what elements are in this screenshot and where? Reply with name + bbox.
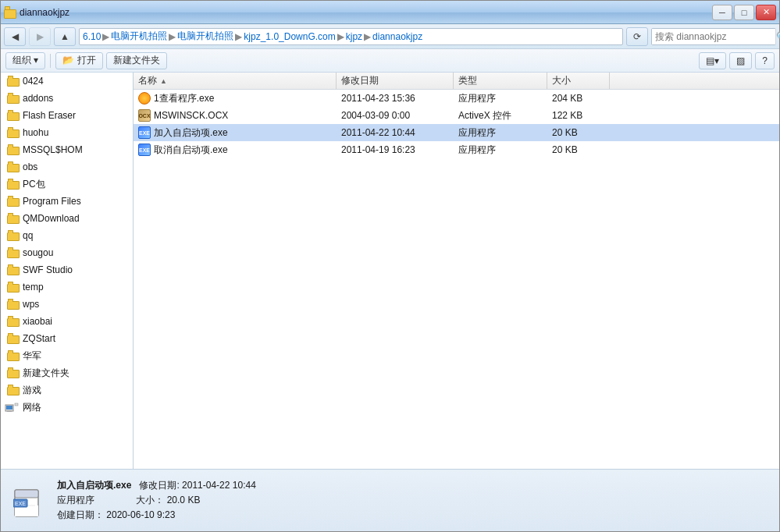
file-type-cell: ActiveX 控件 (454, 107, 547, 124)
file-size-cell: 204 KB (547, 90, 610, 107)
file-size-cell: 20 KB (547, 124, 610, 141)
sidebar-item-wps[interactable]: wps (1, 296, 133, 313)
sidebar-item-QMDownload[interactable]: QMDownload (1, 210, 133, 227)
sidebar-item-0424[interactable]: 0424 (1, 73, 133, 90)
sidebar-item-addons[interactable]: addons (1, 90, 133, 107)
new-folder-button[interactable]: 新建文件夹 (106, 52, 167, 69)
folder-icon (7, 299, 20, 310)
sidebar-item-label: huohu (23, 127, 48, 138)
folder-icon (7, 161, 20, 172)
folder-icon (7, 144, 20, 155)
sidebar-item-qq[interactable]: qq (1, 227, 133, 244)
preview-toggle-button[interactable]: ▨ (729, 52, 752, 69)
folder-icon (7, 127, 20, 138)
close-button[interactable]: ✕ (756, 5, 776, 20)
sidebar-item-华军[interactable]: 华军 (1, 347, 133, 364)
breadcrumb-item-2[interactable]: 电脑开机拍照 (111, 30, 167, 43)
file-name-text: 加入自启动项.exe (154, 126, 228, 140)
search-icon[interactable]: 🔍 (775, 29, 780, 44)
minimize-button[interactable]: ─ (712, 5, 732, 20)
folder-icon (7, 333, 20, 344)
folder-icon (7, 264, 20, 275)
sidebar-item-新建文件夹[interactable]: 新建文件夹 (1, 364, 133, 381)
refresh-button[interactable]: ⟳ (626, 27, 648, 46)
sidebar-item-label: wps (23, 299, 39, 310)
file-row[interactable]: EXE取消自启动项.exe2011-04-19 16:23应用程序20 KB (134, 141, 779, 158)
file-name-cell: OCXMSWINSCK.OCX (134, 107, 337, 124)
breadcrumb-item-1[interactable]: 6.10 (83, 31, 101, 42)
breadcrumb: 6.10 ▶ 电脑开机拍照 ▶ 电脑开机拍照 ▶ kjpz_1.0_DownG.… (79, 28, 623, 45)
toolbar: 组织 ▾ 📂 打开 新建文件夹 ▤▾ ▨ ? (1, 49, 779, 73)
network-icon (4, 401, 20, 413)
status-file-icon: EXE (10, 482, 48, 520)
file-icon: EXE (138, 126, 151, 139)
sidebar-item-label: Program Files (23, 196, 81, 207)
maximize-button[interactable]: □ (734, 5, 754, 20)
file-list: 1查看程序.exe2011-04-23 15:36应用程序204 KBOCXMS… (134, 90, 779, 469)
file-icon (138, 92, 151, 105)
sidebar-item-label: ZQStart (23, 333, 55, 344)
sidebar-item-PC包[interactable]: PC包 (1, 176, 133, 193)
folder-icon (7, 350, 20, 361)
sidebar-item-label: qq (23, 230, 33, 241)
title-bar-buttons: ─ □ ✕ (712, 5, 776, 20)
sidebar-item-Flash Eraser[interactable]: Flash Eraser (1, 107, 133, 124)
view-button[interactable]: ▤▾ (699, 52, 726, 69)
title-bar: diannaokjpz ─ □ ✕ (1, 1, 779, 24)
sidebar-item-label: 华军 (23, 349, 41, 363)
sidebar-item-游戏[interactable]: 游戏 (1, 381, 133, 399)
status-text-block: 加入自启动项.exe 修改日期: 2011-04-22 10:44 应用程序 大… (57, 478, 256, 523)
sidebar-item-label: obs (23, 161, 37, 172)
file-row[interactable]: EXE加入自启动项.exe2011-04-22 10:44应用程序20 KB (134, 124, 779, 141)
explorer-window: diannaokjpz ─ □ ✕ ◀ ▶ ▲ 6.10 ▶ 电脑开机拍照 ▶ … (0, 0, 780, 532)
folder-icon (7, 196, 20, 207)
file-date-cell: 2011-04-23 15:36 (337, 90, 454, 107)
file-type-cell: 应用程序 (454, 141, 547, 158)
sidebar-item-obs[interactable]: obs (1, 158, 133, 176)
sidebar-item-label: 0424 (23, 76, 44, 87)
col-header-type[interactable]: 类型 (454, 73, 547, 89)
help-button[interactable]: ? (755, 52, 775, 69)
sidebar-item-ZQStart[interactable]: ZQStart (1, 330, 133, 347)
title-bar-left: diannaokjpz (4, 6, 69, 19)
open-button[interactable]: 📂 打开 (55, 52, 102, 69)
folder-icon (7, 316, 20, 327)
address-bar: ◀ ▶ ▲ 6.10 ▶ 电脑开机拍照 ▶ 电脑开机拍照 ▶ kjpz_1.0_… (1, 24, 779, 49)
sidebar-item-sougou[interactable]: sougou (1, 244, 133, 261)
breadcrumb-item-5[interactable]: kjpz (346, 31, 362, 42)
sidebar-item-temp[interactable]: temp (1, 278, 133, 296)
sidebar-items: 0424addonsFlash EraserhuohuMSSQL$HOMobsP… (1, 73, 133, 399)
svg-rect-5 (15, 490, 38, 498)
svg-rect-3 (15, 403, 18, 406)
folder-icon (7, 213, 20, 224)
breadcrumb-item-6[interactable]: diannaokjpz (372, 31, 422, 42)
back-button[interactable]: ◀ (4, 27, 26, 46)
file-name-cell: EXE加入自启动项.exe (134, 124, 337, 141)
sidebar-item-label: sougou (23, 247, 53, 258)
file-row[interactable]: OCXMSWINSCK.OCX2004-03-09 0:00ActiveX 控件… (134, 107, 779, 124)
search-input[interactable] (652, 29, 775, 44)
status-filename-line: 加入自启动项.exe 修改日期: 2011-04-22 10:44 (57, 478, 256, 493)
sidebar-item-label: Flash Eraser (23, 110, 76, 121)
sidebar-item-network[interactable]: 网络 (1, 399, 133, 416)
breadcrumb-item-3[interactable]: 电脑开机拍照 (177, 30, 233, 43)
sidebar-item-xiaobai[interactable]: xiaobai (1, 313, 133, 330)
sidebar-item-huohu[interactable]: huohu (1, 124, 133, 141)
up-button[interactable]: ▲ (54, 27, 76, 46)
sidebar-item-label: addons (23, 93, 53, 104)
col-header-name[interactable]: 名称 ▲ (134, 73, 337, 89)
sidebar-item-label: SWF Studio (23, 264, 73, 275)
file-date-cell: 2004-03-09 0:00 (337, 107, 454, 124)
sidebar-item-MSSQL$HOM[interactable]: MSSQL$HOM (1, 141, 133, 158)
col-header-size[interactable]: 大小 (547, 73, 610, 89)
forward-button[interactable]: ▶ (29, 27, 51, 46)
sidebar-item-Program Files[interactable]: Program Files (1, 193, 133, 210)
sidebar-item-SWF Studio[interactable]: SWF Studio (1, 261, 133, 278)
file-date-cell: 2011-04-19 16:23 (337, 141, 454, 158)
organize-button[interactable]: 组织 ▾ (5, 52, 45, 69)
file-row[interactable]: 1查看程序.exe2011-04-23 15:36应用程序204 KB (134, 90, 779, 107)
folder-icon (7, 247, 20, 258)
breadcrumb-item-4[interactable]: kjpz_1.0_DownG.com (244, 31, 335, 42)
col-header-date[interactable]: 修改日期 (337, 73, 454, 89)
file-type-cell: 应用程序 (454, 90, 547, 107)
